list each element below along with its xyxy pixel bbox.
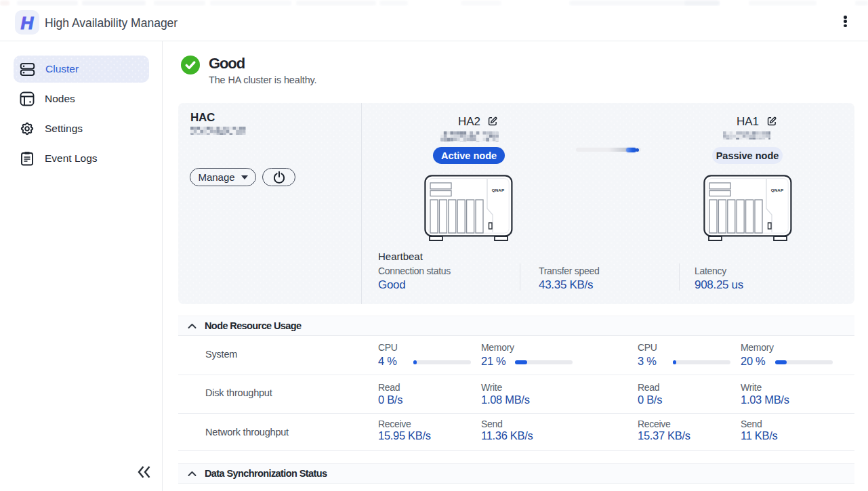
svg-text:QNAP: QNAP	[492, 188, 505, 192]
svg-text:H: H	[21, 13, 35, 33]
svg-text:QNAP: QNAP	[771, 188, 784, 192]
